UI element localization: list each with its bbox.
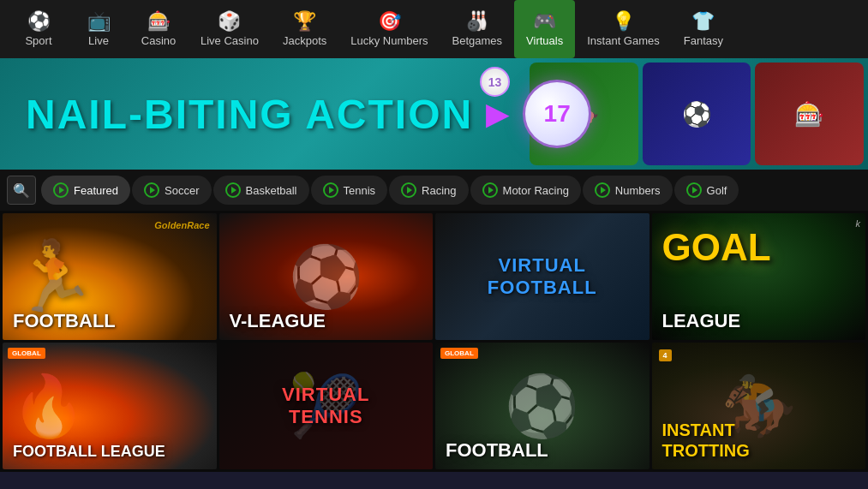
trotting-number-badge: 4 [659, 349, 672, 361]
category-golf[interactable]: Golf [674, 176, 739, 205]
category-soccer-label: Soccer [165, 184, 199, 197]
live-icon: 📺 [87, 12, 111, 31]
jackpots-icon: 🏆 [293, 12, 316, 31]
fantasy-icon: 👕 [691, 12, 715, 31]
banner-headline: NAIL-BITING ACTION [26, 91, 473, 138]
tennis-play-icon [323, 182, 338, 198]
live-casino-icon: 🎲 [218, 12, 241, 31]
soccer-play-icon [144, 182, 159, 198]
category-numbers-label: Numbers [615, 184, 661, 197]
game-bg: 🏃 FOOTBALL [3, 213, 217, 340]
game-title: VIRTUALTENNIS [230, 384, 423, 429]
nav-live-label: Live [88, 34, 109, 47]
nav-lucky-numbers-label: Lucky Numbers [350, 34, 428, 47]
game-provider-badge: k [856, 218, 861, 229]
nav-live-casino[interactable]: 🎲 Live Casino [189, 0, 271, 58]
numbers-play-icon [595, 182, 610, 198]
promo-banner: NAIL-BITING ACTION ▶ 17 13 🏇 ⚽ 🎰 [0, 58, 868, 170]
game-bg: 🔥 FOOTBALL LEAGUE [3, 343, 217, 469]
game-bg: ⚽ V-LEAGUE [219, 213, 434, 340]
nav-sport[interactable]: ⚽ Sport [9, 0, 69, 58]
game-grid: 🏃 FOOTBALL GoldenRace ⚽ V-LEAGUE VIRTUAL… [0, 211, 868, 472]
category-bar: 🔍 Featured Soccer Basketball Tennis Raci… [0, 170, 868, 211]
golden-race-badge: GoldenRace [154, 220, 209, 230]
nav-fantasy[interactable]: 👕 Fantasy [672, 0, 735, 58]
featured-play-icon [53, 182, 69, 198]
nav-fantasy-label: Fantasy [684, 34, 723, 47]
game-card-instant-trotting[interactable]: 🏇 INSTANTTROTTING 4 [652, 343, 866, 469]
nav-sport-label: Sport [25, 34, 51, 47]
nav-live[interactable]: 📺 Live [69, 0, 129, 58]
game-card-football-league[interactable]: 🔥 FOOTBALL LEAGUE GLOBAL [3, 343, 217, 469]
basketball-play-icon [225, 182, 241, 198]
game-bg: ⚽ FOOTBALL [435, 343, 650, 469]
category-soccer[interactable]: Soccer [132, 176, 211, 205]
category-tennis-label: Tennis [344, 184, 376, 197]
game-card-virtual-tennis[interactable]: 🎾 VIRTUALTENNIS [219, 343, 434, 469]
category-racing-label: Racing [422, 184, 456, 197]
category-basketball-label: Basketball [246, 184, 297, 197]
game-title: VIRTUALFOOTBALL [446, 254, 639, 300]
category-featured-label: Featured [74, 184, 118, 197]
nav-betgames[interactable]: 🎳 Betgames [440, 0, 515, 58]
search-button[interactable]: 🔍 [7, 176, 36, 205]
category-tennis[interactable]: Tennis [311, 176, 388, 205]
game-card-football-goldenrace[interactable]: 🏃 FOOTBALL GoldenRace [3, 213, 217, 340]
game-title: V-LEAGUE [230, 311, 326, 331]
game-title: FOOTBALL [446, 440, 548, 461]
instant-games-icon: 💡 [612, 12, 635, 31]
game-bg: 🏇 INSTANTTROTTING [652, 343, 866, 469]
nav-lucky-numbers[interactable]: 🎯 Lucky Numbers [338, 0, 440, 58]
category-numbers[interactable]: Numbers [583, 176, 673, 205]
nav-betgames-label: Betgames [452, 34, 503, 47]
top-navigation: ⚽ Sport 📺 Live 🎰 Casino 🎲 Live Casino 🏆 … [0, 0, 868, 58]
game-bg: 🎾 VIRTUALTENNIS [219, 343, 434, 469]
category-golf-label: Golf [707, 184, 727, 197]
banner-image-2: ⚽ [643, 63, 751, 165]
game-card-virtual-football[interactable]: VIRTUALFOOTBALL [435, 213, 650, 340]
game-title: FOOTBALL LEAGUE [13, 444, 165, 461]
game-card-football-2[interactable]: ⚽ FOOTBALL GLOBAL [435, 343, 650, 469]
game-bg: VIRTUALFOOTBALL [435, 213, 650, 340]
game-card-v-league[interactable]: ⚽ V-LEAGUE [219, 213, 434, 340]
banner-ball-small: 13 [480, 67, 510, 97]
virtuals-icon: 🎮 [533, 12, 556, 31]
nav-instant-games-label: Instant Games [587, 34, 660, 47]
nav-virtuals[interactable]: 🎮 Virtuals [514, 0, 575, 58]
nav-virtuals-label: Virtuals [526, 34, 563, 47]
game-bg: GOAL LEAGUE [652, 213, 866, 340]
global-badge-2: GLOBAL [440, 348, 478, 359]
betgames-icon: 🎳 [465, 12, 488, 31]
golf-play-icon [686, 182, 702, 198]
category-motor-racing-label: Motor Racing [503, 184, 569, 197]
goal-text: GOAL [662, 226, 771, 269]
category-featured[interactable]: Featured [41, 176, 130, 205]
banner-image-3: 🎰 [755, 63, 864, 165]
nav-instant-games[interactable]: 💡 Instant Games [575, 0, 672, 58]
nav-casino[interactable]: 🎰 Casino [129, 0, 189, 58]
nav-jackpots[interactable]: 🏆 Jackpots [271, 0, 338, 58]
global-badge: GLOBAL [8, 348, 45, 359]
banner-arrow-icon: ▶ [486, 96, 510, 132]
banner-ball: 17 [523, 80, 591, 148]
category-racing[interactable]: Racing [389, 176, 468, 205]
game-title: FOOTBALL [13, 311, 116, 331]
nav-live-casino-label: Live Casino [201, 34, 259, 47]
game-card-goal-league[interactable]: GOAL LEAGUE k [652, 213, 866, 340]
nav-casino-label: Casino [141, 34, 176, 47]
motor-racing-play-icon [482, 182, 498, 198]
casino-icon: 🎰 [147, 12, 171, 31]
lucky-numbers-icon: 🎯 [378, 12, 401, 31]
game-title: INSTANTTROTTING [662, 420, 750, 461]
category-motor-racing[interactable]: Motor Racing [470, 176, 581, 205]
sport-icon: ⚽ [27, 12, 51, 31]
game-title: LEAGUE [662, 311, 741, 331]
racing-play-icon [401, 182, 416, 198]
category-basketball[interactable]: Basketball [213, 176, 309, 205]
nav-jackpots-label: Jackpots [283, 34, 326, 47]
